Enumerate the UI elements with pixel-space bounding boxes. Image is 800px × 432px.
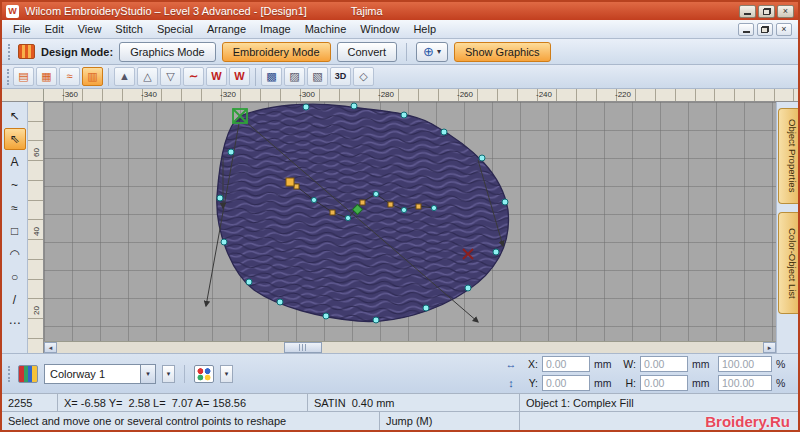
- mdi-restore-button[interactable]: [757, 23, 773, 36]
- scale-w-unit: %: [776, 358, 790, 370]
- show-graphics-button[interactable]: Show Graphics: [454, 42, 551, 62]
- toolbar-grip[interactable]: [8, 366, 12, 382]
- design-mode-toolbar: Design Mode: Graphics Mode Embroidery Mo…: [2, 39, 798, 65]
- star-fill-icon[interactable]: ◇: [353, 67, 374, 86]
- menu-special[interactable]: Special: [150, 21, 200, 37]
- reshape-tool[interactable]: ⇖: [4, 128, 26, 150]
- minimize-icon: [744, 13, 751, 15]
- thread-palette-icon[interactable]: [18, 365, 38, 383]
- ellipse-tool[interactable]: ○: [4, 266, 26, 288]
- selected-node[interactable]: [286, 178, 294, 186]
- scrollbar-thumb[interactable]: [284, 342, 322, 353]
- colorway-bar: Colorway 1 ▾ ▾ ▾ ↔ X: 0.00 mm W: 0.00 mm…: [2, 353, 798, 393]
- menu-edit[interactable]: Edit: [38, 21, 71, 37]
- mixer-menu-button[interactable]: ▾: [220, 365, 233, 383]
- menu-window[interactable]: Window: [353, 21, 406, 37]
- scale-w-field[interactable]: 100.00: [718, 356, 772, 372]
- zigzag-stitch-icon[interactable]: W: [206, 67, 227, 86]
- closed-object-tool[interactable]: □: [4, 220, 26, 242]
- y-field[interactable]: 0.00: [542, 375, 590, 391]
- ruler-tick: -280: [378, 90, 394, 99]
- app-window: W Wilcom EmbroideryStudio – Level 3 Adva…: [0, 0, 800, 432]
- menu-help[interactable]: Help: [406, 21, 443, 37]
- menu-arrange[interactable]: Arrange: [200, 21, 253, 37]
- menu-stitch[interactable]: Stitch: [108, 21, 150, 37]
- scale-h-unit: %: [776, 377, 790, 389]
- design-mode-label: Design Mode:: [41, 46, 113, 58]
- current-stitch-type: SATIN 0.40 mm: [308, 394, 520, 411]
- ruler-tick: -220: [615, 90, 631, 99]
- ruler-tick: -240: [536, 90, 552, 99]
- colorway-menu-button[interactable]: ▾: [162, 365, 175, 383]
- lettering-tool[interactable]: A: [4, 151, 26, 173]
- wave-effect-icon[interactable]: ∼: [183, 67, 204, 86]
- toolbox: ↖ ⇖ A ~ ≈ □ ◠ ○ / ⋯: [2, 102, 28, 353]
- graphics-mode-button[interactable]: Graphics Mode: [119, 42, 216, 62]
- h-field[interactable]: 0.00: [640, 375, 688, 391]
- double-zigzag-icon[interactable]: W: [229, 67, 250, 86]
- titlebar-machine-label: Tajima: [351, 5, 383, 17]
- ruler-tick: 40: [32, 225, 41, 239]
- y-unit: mm: [594, 377, 616, 389]
- w-field[interactable]: 0.00: [640, 356, 688, 372]
- satin-stitch-icon[interactable]: ▤: [13, 67, 34, 86]
- toolbar-grip[interactable]: [7, 69, 11, 85]
- close-button[interactable]: ×: [777, 5, 794, 18]
- select-tool[interactable]: ↖: [4, 105, 26, 127]
- menu-image[interactable]: Image: [253, 21, 298, 37]
- line-tool[interactable]: /: [4, 289, 26, 311]
- selected-object-info: Object 1: Complex Fill: [520, 394, 798, 411]
- x-field[interactable]: 0.00: [542, 356, 590, 372]
- run-tool[interactable]: ~: [4, 174, 26, 196]
- scale-h-field[interactable]: 100.00: [718, 375, 772, 391]
- scroll-right-button[interactable]: ▸: [763, 342, 776, 353]
- transform-panel: ↔ X: 0.00 mm W: 0.00 mm 100.00 % ↕ Y: 0.…: [504, 356, 792, 392]
- scroll-left-button[interactable]: ◂: [44, 342, 57, 353]
- toolbar-separator: [406, 43, 407, 61]
- mdi-close-button[interactable]: ×: [776, 23, 792, 36]
- chevron-down-icon[interactable]: ▾: [140, 365, 155, 383]
- pointer-coordinates: X= -6.58 Y= 2.58 L= 7.07 A= 158.56: [58, 394, 308, 411]
- ruler-corner: [2, 89, 44, 102]
- toolbar-grip[interactable]: [8, 44, 12, 60]
- convert-button[interactable]: Convert: [337, 42, 398, 62]
- stitch-toolbar: ▤ ▦ ≈ ▥ ▲ △ ▽ ∼ W W ▩ ▨ ▧ 3D ◇: [2, 65, 798, 89]
- x-unit: mm: [594, 358, 616, 370]
- color-mixer-icon[interactable]: [194, 365, 214, 383]
- carving-stamp-icon[interactable]: ▨: [284, 67, 305, 86]
- menu-machine[interactable]: Machine: [298, 21, 354, 37]
- open-object-tool[interactable]: ◠: [4, 243, 26, 265]
- hoop-globe-button[interactable]: ⊕ ▾: [416, 42, 448, 62]
- tab-object-properties[interactable]: Object Properties: [778, 108, 798, 204]
- tatami-fill-icon[interactable]: ▦: [36, 67, 57, 86]
- w-label: W:: [620, 358, 636, 370]
- pattern-fill-icon[interactable]: ▩: [261, 67, 282, 86]
- design-canvas[interactable]: ◂ ▸: [44, 102, 776, 353]
- fusion-fill-icon[interactable]: ▲: [114, 67, 135, 86]
- florentine-effect-icon[interactable]: △: [137, 67, 158, 86]
- vertical-ruler: 60 40 20: [28, 102, 44, 353]
- 3d-warp-icon[interactable]: 3D: [330, 67, 351, 86]
- menu-bar: File Edit View Stitch Special Arrange Im…: [2, 20, 798, 39]
- satin-tool[interactable]: ≈: [4, 197, 26, 219]
- restore-button[interactable]: [758, 5, 775, 18]
- minimize-button[interactable]: [739, 5, 756, 18]
- motif-run-icon[interactable]: ≈: [59, 67, 80, 86]
- colorway-select[interactable]: Colorway 1 ▾: [44, 364, 156, 384]
- liquid-effect-icon[interactable]: ▽: [160, 67, 181, 86]
- menu-view[interactable]: View: [71, 21, 109, 37]
- tab-color-object-list[interactable]: Color-Object List: [778, 212, 798, 314]
- position-icon: ↔: [504, 358, 518, 370]
- colorway-value: Colorway 1: [50, 368, 105, 380]
- design-object[interactable]: [44, 102, 776, 329]
- menu-file[interactable]: File: [6, 21, 38, 37]
- embroidery-mode-button[interactable]: Embroidery Mode: [222, 42, 331, 62]
- texture-fill-icon[interactable]: ▧: [307, 67, 328, 86]
- mdi-minimize-button[interactable]: [738, 23, 754, 36]
- y-label: Y:: [522, 377, 538, 389]
- design-mode-icon: [18, 44, 35, 59]
- ruler-tick: 60: [32, 146, 41, 160]
- horizontal-scrollbar[interactable]: ◂ ▸: [44, 341, 776, 353]
- program-split-icon[interactable]: ▥: [82, 67, 103, 86]
- penetrations-tool[interactable]: ⋯: [4, 312, 26, 334]
